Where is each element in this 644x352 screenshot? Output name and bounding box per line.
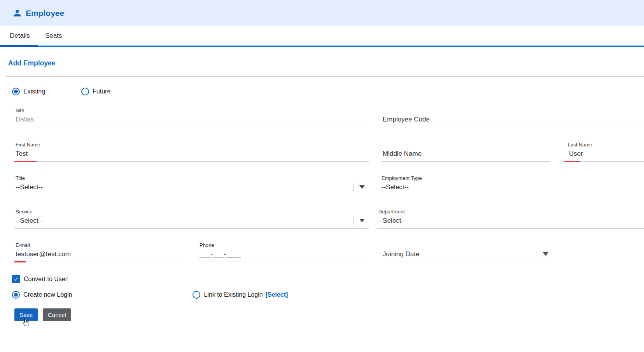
first-name-field: First Name Test: [14, 142, 369, 162]
employee-type-radios: Existing Future: [12, 88, 110, 95]
convert-to-user-row: Convert to User: [12, 275, 68, 283]
title-select[interactable]: --Select--: [14, 183, 369, 195]
first-name-error-underline: [14, 161, 37, 162]
service-dropdown-arrow-icon[interactable]: [353, 217, 369, 225]
department-field: Department --Select--: [377, 209, 644, 229]
convert-to-user-label: Convert to User: [24, 276, 67, 283]
existing-radio-label: Existing: [23, 88, 45, 95]
joining-date-field: Joining Date: [382, 250, 552, 262]
tab-details-label: Details: [10, 32, 30, 40]
joining-date-input[interactable]: Joining Date: [382, 250, 552, 262]
employment-type-select[interactable]: --Select--: [380, 183, 644, 195]
middle-name-input[interactable]: Middle Name: [382, 150, 550, 162]
future-radio-label: Future: [93, 88, 110, 95]
site-field: Site Dallas: [14, 107, 369, 127]
service-select[interactable]: --Select--: [14, 217, 369, 229]
link-existing-login-label: Link to Existing Login: [204, 291, 262, 298]
first-name-label: First Name: [14, 142, 369, 148]
employment-type-field: Employment Type --Select--: [380, 175, 644, 195]
email-input[interactable]: testuser@test.com: [14, 250, 185, 262]
joining-date-dropdown-arrow-icon[interactable]: [537, 250, 552, 258]
employee-code-input[interactable]: Employee Code: [382, 116, 644, 127]
add-employee-form: Add Employee Existing Future Site Dallas…: [0, 47, 644, 352]
tab-seats[interactable]: Seats: [45, 26, 62, 46]
site-label: Site: [14, 107, 369, 113]
last-name-error-underline: [564, 161, 580, 162]
last-name-input[interactable]: User: [564, 150, 644, 162]
section-divider: [6, 76, 644, 77]
employment-type-label: Employment Type: [380, 175, 644, 181]
tabbar: Details Seats: [0, 26, 644, 47]
employee-code-field: Employee Code: [382, 116, 644, 127]
hand-cursor-icon: [21, 317, 30, 329]
tab-seats-label: Seats: [45, 32, 62, 40]
last-name-label: Last Name: [564, 142, 644, 148]
existing-radio[interactable]: [12, 88, 20, 95]
middle-name-field: Middle Name: [382, 150, 550, 162]
select-login-link[interactable]: [Select]: [266, 291, 288, 298]
service-label: Service: [14, 209, 369, 215]
service-select-value: --Select--: [16, 217, 43, 225]
phone-field: Phone ___-___-____: [198, 242, 369, 262]
email-label: E-mail: [14, 242, 185, 248]
app-header: Employee: [0, 0, 644, 26]
login-options-row: Create new Login Link to Existing Login …: [12, 291, 288, 299]
service-field: Service --Select--: [14, 209, 369, 229]
text-caret: [68, 276, 68, 283]
title-field: Title --Select--: [14, 175, 369, 195]
title-label: Title: [14, 175, 369, 181]
phone-label: Phone: [198, 242, 369, 248]
email-error-underline: [14, 261, 26, 262]
joining-date-value: Joining Date: [383, 250, 420, 258]
create-new-login-label: Create new Login: [23, 291, 72, 298]
future-radio[interactable]: [81, 88, 89, 95]
title-dropdown-arrow-icon[interactable]: [353, 183, 369, 191]
department-select[interactable]: --Select--: [377, 217, 644, 229]
first-name-input[interactable]: Test: [14, 150, 369, 162]
department-label: Department: [377, 209, 644, 215]
phone-input[interactable]: ___-___-____: [198, 250, 369, 262]
last-name-field: Last Name User: [564, 142, 644, 162]
page-title: Employee: [26, 9, 64, 18]
cancel-button[interactable]: Cancel: [43, 308, 71, 321]
tab-details[interactable]: Details: [10, 26, 30, 46]
person-icon: [13, 9, 22, 18]
link-existing-login-radio[interactable]: [192, 291, 200, 299]
email-field: E-mail testuser@test.com: [14, 242, 185, 262]
create-new-login-radio[interactable]: [12, 291, 20, 299]
title-select-value: --Select--: [16, 183, 43, 191]
site-input[interactable]: Dallas: [14, 116, 369, 127]
section-title: Add Employee: [8, 59, 56, 67]
convert-to-user-checkbox[interactable]: [12, 275, 20, 283]
